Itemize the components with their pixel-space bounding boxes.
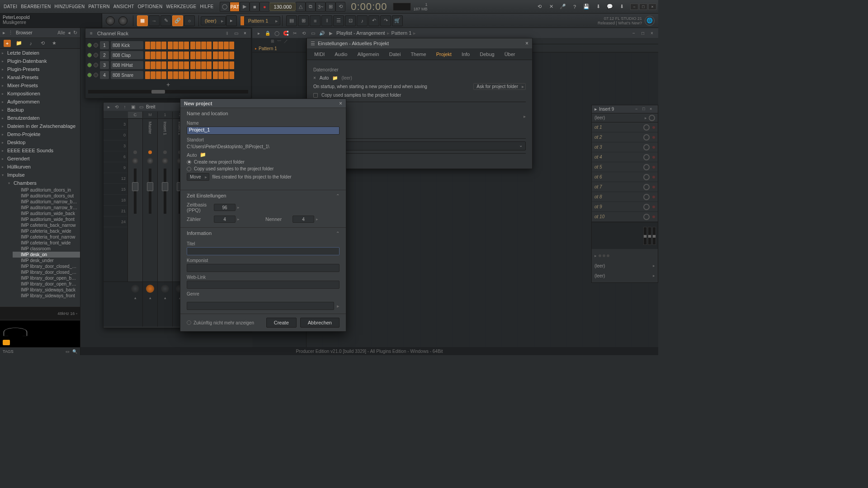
newproj-cancel-button[interactable]: Abbrechen xyxy=(300,318,340,328)
fx-mix-knob[interactable] xyxy=(643,204,650,210)
eq-band[interactable] xyxy=(648,227,651,245)
channel-pan[interactable] xyxy=(94,73,98,77)
step-sequencer-row[interactable] xyxy=(145,42,236,49)
routing-expand-icon[interactable]: ▸ xyxy=(594,253,597,258)
step-sequencer-row[interactable] xyxy=(145,71,236,79)
menu-datei[interactable]: DATEI xyxy=(2,4,19,9)
view-plugin-icon[interactable]: ⊡ xyxy=(345,15,356,26)
fx-enable-led[interactable] xyxy=(652,196,655,198)
fx-close-icon[interactable]: × xyxy=(650,107,655,112)
fx-slot[interactable]: ot 7 xyxy=(592,182,658,192)
browser-tab-history-icon[interactable]: ⟲ xyxy=(39,40,46,47)
playlist-play-icon[interactable]: ▶ xyxy=(327,29,335,37)
send-expand-icon[interactable]: ▴ xyxy=(134,296,137,300)
volume-fader[interactable] xyxy=(132,182,138,191)
playlist-min-icon[interactable]: − xyxy=(630,29,637,37)
chanrack-menu-icon[interactable]: ≡ xyxy=(88,30,94,37)
playlist-lock-icon[interactable]: 🔒 xyxy=(264,29,271,37)
main-pitch-knob[interactable] xyxy=(118,16,127,25)
send-knob[interactable] xyxy=(146,285,154,293)
mixer-menu-icon[interactable]: ▸ xyxy=(105,103,112,110)
fx-enable-led[interactable] xyxy=(652,146,655,149)
settings-close-icon[interactable]: × xyxy=(525,40,528,47)
tempo-display[interactable]: 130.000 xyxy=(269,3,296,11)
mixer-track-current[interactable] xyxy=(128,119,143,282)
sync-icon[interactable]: ◯ xyxy=(220,2,230,12)
genre-dropdown-icon[interactable]: ▸ xyxy=(337,303,340,309)
menu-werkzeuge[interactable]: WERKZEUGE xyxy=(164,4,198,9)
fx-slot[interactable]: ot 2 xyxy=(592,132,658,142)
folder-icon[interactable]: 📁 xyxy=(332,75,338,80)
mixer-wave-icon[interactable]: ▭ xyxy=(138,103,144,110)
browser-tab-sound-icon[interactable]: ♪ xyxy=(27,40,34,47)
newproj-radio-copy[interactable] xyxy=(187,167,191,171)
step-sequencer-row[interactable] xyxy=(145,61,236,69)
tree-folder[interactable]: Aufgenommen xyxy=(0,98,80,106)
chanrack-close-icon[interactable]: × xyxy=(242,30,248,37)
maximize-button[interactable]: □ xyxy=(639,4,647,10)
view-undo-icon[interactable]: ↷ xyxy=(380,15,391,26)
channel-mute[interactable] xyxy=(87,53,92,57)
loop-icon[interactable]: ⟲ xyxy=(335,2,345,12)
view-close-icon[interactable]: ↶ xyxy=(368,15,379,26)
wave-preview[interactable] xyxy=(0,320,80,347)
channel-name[interactable]: 808 Clap xyxy=(111,51,143,59)
fx-mix-knob[interactable] xyxy=(643,144,650,150)
mixer-ruler-cell[interactable]: 1 xyxy=(158,112,173,118)
newproj-move-dropdown[interactable]: Move xyxy=(187,173,209,181)
eq-band[interactable] xyxy=(643,227,647,245)
mixer-ruler-cell[interactable]: M xyxy=(143,112,158,118)
record-button[interactable]: ● xyxy=(259,2,269,12)
menu-bearbeiten[interactable]: BEARBEITEN xyxy=(19,4,52,9)
tree-leaf[interactable]: IMP auditorium_doors_in xyxy=(13,187,80,193)
fx-enable-led[interactable] xyxy=(652,206,655,208)
playlist-menu-icon[interactable]: ▸ xyxy=(255,29,262,37)
menu-hinzufuegen[interactable]: HINZUFüGEN xyxy=(53,4,87,9)
fx-output-label[interactable]: (leer) xyxy=(594,263,651,268)
playlist-sync-icon[interactable]: ◯ xyxy=(273,29,280,37)
tree-leaf[interactable]: IMP auditorium_wide_front xyxy=(13,216,80,222)
tree-leaf[interactable]: IMP desk_on xyxy=(13,252,80,258)
fx-mix-knob[interactable] xyxy=(643,194,650,200)
spin-arrow-icon[interactable]: ▸ xyxy=(316,217,318,221)
fx-mix-knob[interactable] xyxy=(643,164,650,170)
channel-name[interactable]: 808 Snare xyxy=(111,71,143,79)
chanrack-graph-icon[interactable]: ⫴ xyxy=(224,30,230,37)
fx-mix-knob[interactable] xyxy=(643,214,650,220)
tree-folder[interactable]: Kompositionen xyxy=(0,89,80,98)
tree-leaf[interactable]: IMP library_door_open_back xyxy=(13,275,80,281)
menu-optionen[interactable]: OPTIONEN xyxy=(136,4,165,9)
fx-output-label2[interactable]: (leer) xyxy=(594,273,651,278)
pattern-selector[interactable]: Pattern 1 xyxy=(244,16,281,25)
playlist-close-icon[interactable]: × xyxy=(648,29,656,37)
undo-icon[interactable]: ⟲ xyxy=(534,2,544,12)
send-expand-icon[interactable]: ▴ xyxy=(149,296,151,300)
settings-tab-info[interactable]: Info xyxy=(457,50,474,59)
pat-mode-button[interactable]: PAT xyxy=(230,2,240,12)
playlist-magnet-icon[interactable]: 🧲 xyxy=(282,29,289,37)
channel-pan[interactable] xyxy=(94,43,98,47)
channel-number[interactable]: 4 xyxy=(100,71,109,79)
tree-folder[interactable]: Desktop xyxy=(0,138,80,146)
mixer-rec-icon[interactable]: ▣ xyxy=(130,103,136,110)
newproj-close-icon[interactable]: × xyxy=(339,100,342,107)
pattern-selector-left[interactable]: (leer) xyxy=(201,16,226,25)
picker-grid-icon[interactable]: ⊞ xyxy=(271,39,274,43)
mixer-track[interactable]: Insert 1 xyxy=(158,119,173,282)
channel-mute[interactable] xyxy=(87,63,92,67)
picker-wave-icon[interactable]: 〰 xyxy=(277,39,281,43)
pattern-item[interactable]: Pattern 1 xyxy=(252,44,306,52)
picker-auto-icon[interactable]: ／ xyxy=(284,38,288,44)
tree-leaf[interactable]: IMP cafeteria_front_wide xyxy=(13,240,80,246)
view-playlist-icon[interactable]: ▤ xyxy=(286,15,297,26)
fx-enable-led[interactable] xyxy=(652,166,655,169)
stop-button[interactable]: ■ xyxy=(250,2,259,12)
play-button[interactable]: ▶ xyxy=(240,2,250,12)
settings-tab-audio[interactable]: Audio xyxy=(330,50,352,59)
fx-max-icon[interactable]: □ xyxy=(642,107,648,112)
tree-folder[interactable]: Gerendert xyxy=(0,155,80,163)
tree-folder[interactable]: Backup xyxy=(0,106,80,114)
tree-leaf[interactable]: IMP cafeteria_back_wide xyxy=(13,228,80,234)
tree-folder[interactable]: Letzte Dateien xyxy=(0,49,80,57)
channel-name[interactable]: 808 Kick xyxy=(111,41,143,49)
